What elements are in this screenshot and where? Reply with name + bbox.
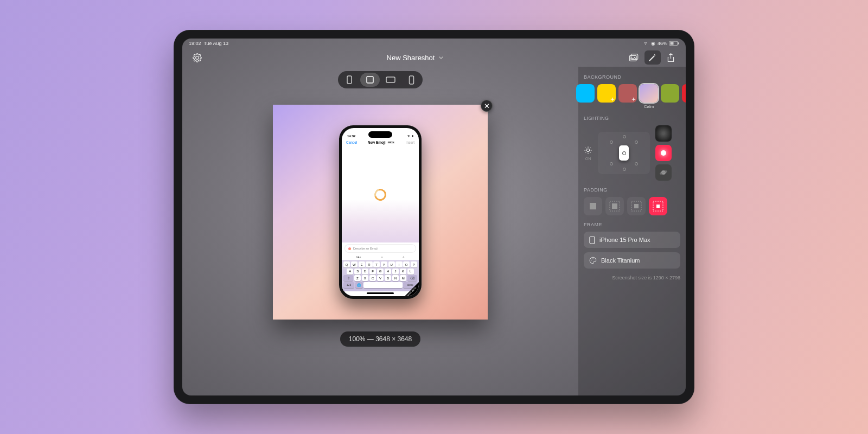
lighting-direction-grid[interactable]: [598, 132, 650, 174]
light-style-pink[interactable]: [655, 145, 672, 161]
lighting-center[interactable]: [619, 145, 629, 161]
ipad-frame: 19:02 Tue Aug 13 ᯤ ◉ 46% New Shareshot: [174, 30, 694, 404]
svg-rect-7: [386, 77, 395, 82]
svg-line-17: [590, 148, 590, 148]
size-hint: Screenshot size is 1290 × 2796: [584, 275, 680, 280]
swatch-label: Calm: [644, 104, 654, 109]
background-swatches: Calm: [576, 84, 680, 109]
gear-icon: [193, 53, 202, 62]
key-w: W: [351, 261, 358, 267]
key-z: Z: [354, 275, 361, 281]
aspect-square[interactable]: [360, 73, 380, 87]
key-backspace: ⌫: [407, 275, 417, 281]
corner-badge: SHARESHOT BETA: [404, 281, 419, 296]
dynamic-island: [368, 131, 392, 138]
key-shift: ⇧: [343, 275, 353, 281]
phone-nav-badge: BETA: [387, 141, 395, 144]
svg-point-29: [592, 258, 592, 259]
bg-swatch-0[interactable]: [576, 84, 595, 103]
phone-cancel: Cancel: [346, 141, 357, 144]
svg-point-9: [586, 149, 589, 151]
status-time: 19:02: [189, 41, 201, 46]
svg-rect-1: [671, 42, 674, 44]
frame-device-button[interactable]: iPhone 15 Pro Max: [584, 232, 680, 248]
svg-point-30: [593, 258, 594, 259]
lighting-label: LIGHTING: [584, 116, 680, 121]
phone-placeholder: Describe an Emoji: [353, 247, 378, 250]
key-x: X: [362, 275, 369, 281]
frame-color-button[interactable]: Black Titanium: [584, 252, 680, 269]
padding-medium[interactable]: [627, 197, 646, 215]
device-screen: 14:32 ᯤ ▮ Cancel New EmojiBETA Insert: [342, 128, 419, 296]
canvas-area: 14:32 ᯤ ▮ Cancel New EmojiBETA Insert: [182, 67, 578, 395]
preview-wrap: 14:32 ᯤ ▮ Cancel New EmojiBETA Insert: [273, 105, 488, 320]
battery-icon: [669, 41, 679, 46]
aspect-ratio-selector: [338, 71, 423, 88]
document-title-group[interactable]: New Shareshot: [387, 54, 445, 62]
bg-swatch-3[interactable]: [640, 84, 658, 103]
light-style-planet[interactable]: [655, 164, 672, 181]
zoom-indicator[interactable]: 100% — 3648 × 3648: [340, 331, 420, 347]
aspect-portrait[interactable]: [340, 73, 359, 87]
aspect-landscape[interactable]: [381, 73, 400, 87]
sun-icon: [584, 146, 592, 155]
padding-none[interactable]: [584, 197, 602, 215]
suggest-3: ō: [403, 256, 405, 259]
svg-line-14: [585, 148, 586, 148]
bg-swatch-4[interactable]: [661, 84, 679, 103]
phone-insert: Insert: [406, 141, 414, 144]
key-g: G: [377, 269, 384, 275]
location-icon: ◉: [651, 41, 655, 46]
frame-label: FRAME: [584, 222, 680, 227]
key-o: O: [403, 261, 410, 267]
app-toolbar: New Shareshot: [182, 48, 686, 67]
key-n: N: [392, 275, 399, 281]
key-space: [363, 282, 402, 288]
share-button[interactable]: [663, 50, 679, 65]
bg-swatch-2[interactable]: [618, 84, 637, 103]
phone-nav-title: New Emoji: [368, 141, 386, 144]
key-t: T: [373, 261, 380, 267]
background-label: BACKGROUND: [584, 74, 680, 80]
phone-input: Describe an Emoji: [345, 245, 416, 252]
phone-content: [342, 146, 419, 242]
svg-rect-22: [612, 203, 617, 209]
key-globe: 🌐: [355, 282, 363, 288]
document-title: New Shareshot: [387, 54, 435, 62]
magic-button[interactable]: [644, 50, 661, 65]
svg-rect-26: [656, 205, 660, 208]
key-i: I: [395, 261, 402, 267]
key-s: S: [354, 269, 361, 275]
close-preview-button[interactable]: ✕: [481, 100, 493, 112]
frame-color-label: Black Titanium: [601, 257, 640, 264]
settings-button[interactable]: [189, 50, 205, 65]
key-y: Y: [381, 261, 387, 267]
key-f: F: [369, 269, 376, 275]
photos-button[interactable]: [626, 50, 642, 65]
battery-pct: 46%: [658, 41, 667, 46]
light-style-dark[interactable]: [655, 125, 672, 142]
key-u: U: [388, 261, 395, 267]
status-date: Tue Aug 13: [203, 41, 228, 46]
svg-line-16: [585, 152, 586, 152]
key-q: Q: [343, 261, 350, 267]
bg-swatch-5[interactable]: [682, 84, 686, 103]
lighting-toggle[interactable]: ON: [584, 146, 592, 161]
key-a: A: [347, 269, 353, 275]
padding-label: PADDING: [584, 187, 680, 193]
padding-options: [584, 197, 680, 215]
frame-device-label: iPhone 15 Pro Max: [599, 237, 650, 243]
key-d: D: [362, 269, 368, 275]
phone-icon: [589, 236, 595, 244]
chevron-down-icon: [438, 54, 444, 61]
preview-canvas[interactable]: 14:32 ᯤ ▮ Cancel New EmojiBETA Insert: [273, 105, 488, 320]
svg-rect-2: [678, 42, 679, 44]
siri-dot-icon: [348, 247, 351, 250]
bg-swatch-1[interactable]: [597, 84, 616, 103]
svg-rect-24: [634, 204, 639, 208]
padding-small[interactable]: [605, 197, 624, 215]
aspect-phone[interactable]: [401, 73, 421, 87]
suggest-1: hǎo: [356, 256, 361, 259]
key-c: C: [369, 275, 376, 281]
padding-large[interactable]: [649, 197, 667, 215]
